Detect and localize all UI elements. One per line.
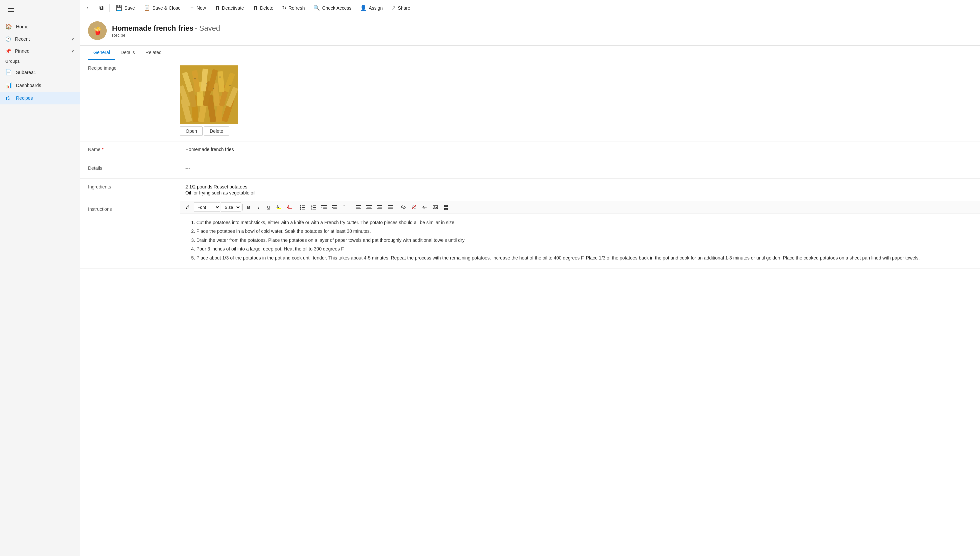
open-image-button[interactable]: Open	[180, 126, 203, 136]
assign-button[interactable]: 👤 Assign	[356, 3, 387, 13]
svg-rect-67	[378, 207, 382, 207]
align-center-button[interactable]	[364, 202, 374, 212]
record-saved-status: - Saved	[195, 24, 220, 32]
justify-button[interactable]	[385, 202, 395, 212]
decrease-indent-button[interactable]	[319, 202, 329, 212]
svg-rect-2	[8, 11, 15, 12]
share-icon: ↗	[391, 5, 396, 11]
sidebar-item-subarea1[interactable]: 📄 Subarea1	[0, 66, 80, 79]
name-row: Name * Homemade french fries	[80, 141, 980, 160]
svg-rect-26	[180, 65, 239, 124]
delete-button[interactable]: 🗑 Delete	[249, 3, 277, 13]
instruction-item-1: Cut the potatoes into matchsticks, eithe…	[196, 219, 972, 226]
open-in-new-icon: ⧉	[99, 4, 104, 11]
svg-rect-55	[332, 205, 337, 206]
tab-related[interactable]: Related	[140, 46, 167, 60]
sidebar-item-dashboards[interactable]: 📊 Dashboards	[0, 79, 80, 92]
recipes-icon: 🍽	[5, 95, 12, 101]
insert-image-button[interactable]	[430, 202, 440, 212]
pinned-icon: 📌	[5, 48, 11, 54]
remove-link-button[interactable]	[409, 202, 419, 212]
align-right-button[interactable]	[375, 202, 385, 212]
more-options-button[interactable]	[441, 202, 451, 212]
font-color-button[interactable]: A	[285, 202, 295, 212]
delete-icon: 🗑	[253, 5, 258, 11]
details-row: Details ---	[80, 160, 980, 179]
tab-general[interactable]: General	[88, 46, 115, 60]
record-title-line: Homemade french fries - Saved	[112, 24, 220, 33]
font-select[interactable]: Font	[193, 202, 220, 212]
svg-point-39	[300, 205, 301, 207]
svg-rect-60	[356, 205, 361, 206]
bullet-list-button[interactable]	[298, 202, 308, 212]
highlight-button[interactable]: A	[274, 202, 284, 212]
back-button[interactable]: ←	[83, 2, 95, 14]
share-button[interactable]: ↗ Share	[387, 3, 414, 13]
sidebar-item-recipes[interactable]: 🍽 Recipes	[0, 92, 80, 104]
size-select[interactable]: Size	[221, 202, 241, 212]
align-left-button[interactable]	[353, 202, 363, 212]
svg-rect-79	[446, 205, 448, 207]
ingredient-line-2: Oil for frying such as vegetable oil	[185, 190, 255, 196]
open-in-new-button[interactable]: ⧉	[95, 2, 107, 14]
home-icon: 🏠	[5, 23, 12, 30]
italic-button[interactable]: I	[254, 202, 263, 212]
svg-rect-44	[302, 209, 305, 210]
new-button[interactable]: ＋ New	[185, 2, 210, 13]
details-field-value: ---	[180, 160, 980, 178]
deactivate-button[interactable]: 🗑 Deactivate	[211, 3, 248, 13]
instructions-row: Instructions 🖍 Font Size	[80, 201, 980, 268]
blockquote-button[interactable]: "	[340, 202, 350, 212]
ingredients-field-value: 2 1/2 pounds Russet potatoes Oil for fry…	[180, 179, 980, 201]
delete-image-button[interactable]: Delete	[204, 126, 229, 136]
bold-button[interactable]: B	[244, 202, 253, 212]
sidebar: 🏠 Home 🕐 Recent ∨ 📌 Pinned ∨ Group1 📄 Su…	[0, 0, 80, 556]
record-header: 🍟 Homemade french fries - Saved Recipe	[80, 16, 980, 46]
underline-button[interactable]: U	[264, 202, 273, 212]
name-field-value: Homemade french fries	[180, 141, 980, 160]
editor-separator-2	[296, 204, 297, 210]
instructions-content[interactable]: Cut the potatoes into matchsticks, eithe…	[181, 213, 980, 268]
numbered-list-button[interactable]: 1.2.3.	[308, 202, 318, 212]
instructions-field-label: Instructions	[80, 201, 180, 217]
details-field-label: Details	[80, 160, 180, 178]
sidebar-item-recipes-label: Recipes	[16, 95, 33, 101]
svg-rect-71	[388, 208, 393, 209]
image-field-label: Recipe image	[80, 65, 180, 71]
recent-icon: 🕐	[5, 36, 11, 42]
increase-indent-button[interactable]	[330, 202, 340, 212]
svg-rect-51	[321, 205, 327, 206]
save-button[interactable]: 💾 Save	[112, 3, 139, 13]
svg-rect-40	[302, 205, 305, 206]
sidebar-header	[0, 0, 80, 20]
check-access-button[interactable]: 🔍 Check Access	[309, 3, 355, 13]
sidebar-item-home[interactable]: 🏠 Home	[0, 20, 80, 33]
subarea1-icon: 📄	[5, 69, 12, 75]
strikethrough-button[interactable]: S	[420, 202, 430, 212]
instruction-item-3: Drain the water from the potatoes. Place…	[196, 236, 972, 244]
sidebar-item-recent[interactable]: 🕐 Recent ∨	[0, 33, 80, 45]
svg-rect-80	[444, 208, 446, 210]
tab-details[interactable]: Details	[115, 46, 140, 60]
insert-link-button[interactable]	[398, 202, 408, 212]
svg-text:A: A	[276, 205, 279, 209]
save-close-button[interactable]: 📋 Save & Close	[140, 3, 185, 13]
sidebar-item-pinned[interactable]: 📌 Pinned ∨	[0, 45, 80, 57]
hamburger-button[interactable]	[5, 4, 17, 16]
clear-format-button[interactable]: 🖍	[183, 202, 193, 212]
deactivate-icon: 🗑	[215, 5, 220, 11]
refresh-icon: ↻	[282, 5, 286, 11]
recipe-image	[180, 65, 239, 124]
save-icon: 💾	[116, 5, 122, 11]
svg-rect-66	[377, 205, 382, 206]
sidebar-item-subarea1-label: Subarea1	[16, 70, 36, 75]
svg-rect-42	[302, 207, 305, 208]
instruction-item-2: Place the potatoes in a bowl of cold wat…	[196, 228, 972, 235]
svg-marker-54	[321, 207, 322, 208]
ingredients-field-label: Ingredients	[80, 179, 180, 201]
refresh-button[interactable]: ↻ Refresh	[278, 3, 309, 13]
editor-toolbar: 🖍 Font Size B I	[181, 201, 980, 213]
svg-point-28	[206, 83, 207, 84]
delete-label: Delete	[260, 5, 273, 11]
svg-rect-64	[367, 207, 371, 207]
